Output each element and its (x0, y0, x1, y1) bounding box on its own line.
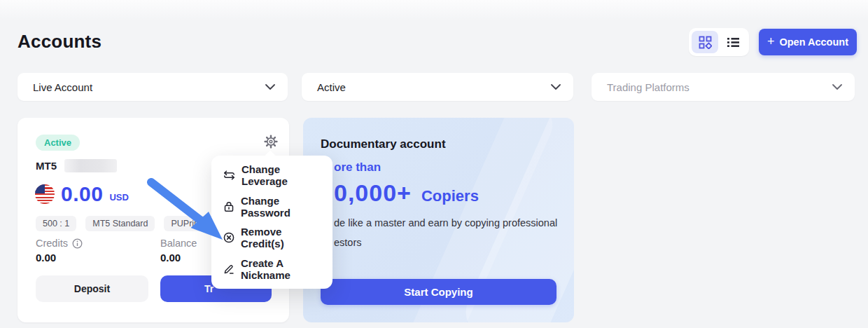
promo-title: Documentary account (321, 137, 446, 151)
view-toggle (689, 28, 749, 56)
account-type-value: Live Account (33, 81, 92, 93)
leverage-tag: 500 : 1 (36, 216, 76, 231)
balance-label: Balance (160, 238, 197, 249)
account-type-dropdown[interactable]: Live Account (18, 73, 288, 101)
balance-value: 0.00 (160, 252, 197, 264)
platform-label: MT5 (36, 160, 57, 172)
menu-item-label: Change Password (241, 195, 321, 219)
server-tag-prefix: PUPrime- (171, 219, 209, 228)
open-account-label: Open Account (779, 36, 848, 48)
copiers-suffix: Copiers (421, 187, 479, 205)
account-amount: 0.00 (61, 182, 103, 206)
usa-flag-icon (35, 184, 55, 204)
pencil-icon (223, 264, 234, 275)
credits-stat: Credits 0.00 (36, 238, 83, 264)
info-icon[interactable] (72, 238, 83, 249)
account-balance-line: 0.00 USD (35, 182, 129, 206)
gear-icon (264, 135, 278, 149)
account-settings-button[interactable] (262, 132, 280, 151)
chevron-down-icon (265, 84, 275, 90)
plus-icon: + (767, 35, 775, 48)
start-copying-button[interactable]: Start Copying (321, 279, 556, 305)
menu-item-label: Remove Credit(s) (241, 226, 321, 250)
trading-platforms-dropdown[interactable]: Trading Platforms (592, 73, 855, 101)
account-settings-context-menu: Change Leverage Change Password Remove C… (211, 156, 332, 289)
promo-description: de like a master and earn by copying pro… (334, 213, 557, 252)
chevron-down-icon (832, 84, 842, 90)
grid-view-icon (699, 36, 712, 49)
grid-view-button[interactable] (692, 31, 718, 53)
menu-item-label: Create A Nickname (241, 257, 321, 281)
trading-platforms-placeholder: Trading Platforms (607, 81, 690, 93)
account-identifier: MT5 (36, 159, 117, 172)
swap-arrows-icon (223, 170, 235, 181)
account-tags: 500 : 1 MT5 Standard PUPrime-2 (36, 216, 239, 231)
promo-subtitle-partial: ore than (334, 160, 381, 175)
deposit-button[interactable]: Deposit (36, 275, 148, 302)
menu-item-label: Change Leverage (241, 163, 321, 187)
menu-item-change-password[interactable]: Change Password (211, 193, 332, 221)
copiers-number-partial: 0,000+ (334, 179, 412, 207)
circle-x-icon (223, 232, 234, 243)
status-value: Active (317, 81, 346, 93)
page-title: Accounts (18, 31, 102, 53)
menu-item-create-nickname[interactable]: Create A Nickname (211, 255, 332, 283)
promo-desc-line1-partial: de like a master and earn by copying pro… (334, 213, 557, 233)
balance-stat: Balance 0.00 (160, 238, 197, 264)
list-view-icon (727, 36, 740, 49)
credits-value: 0.00 (36, 252, 83, 264)
account-type-tag: MT5 Standard (85, 216, 155, 231)
credits-label: Credits (36, 238, 68, 249)
lock-icon (223, 201, 234, 212)
copy-trading-promo-card: Documentary account ore than 0,000+ Copi… (303, 118, 574, 322)
list-view-button[interactable] (720, 31, 746, 53)
account-currency: USD (109, 192, 128, 203)
status-dropdown[interactable]: Active (302, 73, 573, 101)
promo-copiers-count: 0,000+ Copiers (334, 179, 479, 207)
status-badge: Active (36, 135, 80, 151)
open-account-button[interactable]: + Open Account (759, 29, 857, 55)
menu-item-remove-credits[interactable]: Remove Credit(s) (211, 224, 332, 252)
menu-item-change-leverage[interactable]: Change Leverage (211, 161, 332, 189)
chevron-down-icon (551, 84, 561, 90)
promo-desc-line2-partial: estors (334, 233, 557, 252)
account-number-redacted (64, 159, 117, 172)
